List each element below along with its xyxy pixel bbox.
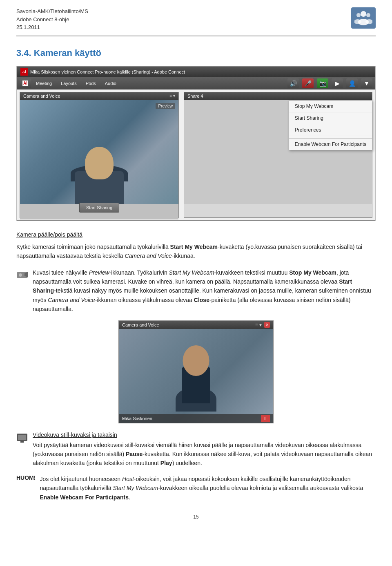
menu-layouts[interactable]: Layouts [57, 80, 81, 87]
cv-person-name: Mika Siiskonen [122, 416, 152, 421]
ac-window-title: Mika Siiskosen yleinen Connect Pro-huone… [30, 69, 185, 74]
page-header: Savonia-AMK/Tietohallinto/MS Adobe Conne… [16, 0, 376, 36]
ac-title-bar: Ai Mika Siiskosen yleinen Connect Pro-hu… [17, 67, 375, 77]
camera-panel-title: Camera and Voice [23, 94, 60, 98]
dropdown-arrow-icon[interactable]: ▼ [361, 78, 372, 88]
still-icon-row: Videokuva still-kuvaksi ja takaisin Voit… [16, 432, 376, 468]
dropdown-item-start-sharing[interactable]: Start Sharing [289, 112, 372, 124]
cv-window-header: Camera and Voice ≡ ▾ ✕ [119, 321, 273, 329]
still-side-icon [16, 432, 28, 444]
section-title: 3.4. Kameran käyttö [16, 48, 376, 58]
svg-point-4 [366, 13, 370, 17]
dropdown-menu: Stop My Webcam Start Sharing Preferences… [289, 100, 372, 150]
header-line2: Adobe Connect 8-ohje [16, 16, 88, 24]
menu-pods[interactable]: Pods [82, 80, 100, 87]
share-panel-header: Share 4 [184, 92, 372, 100]
svg-rect-11 [20, 441, 24, 443]
camera-icon-row: Kuvasi tulee näkyville Preview-ikkunaan.… [16, 268, 376, 314]
toolbar-icons: 🔊 🎤 📷 ▶ 👤 ▼ [287, 78, 372, 88]
menu-meeting[interactable]: Meeting [32, 80, 56, 87]
huom-text: Jos olet kirjautunut huoneeseen Host-oik… [40, 474, 376, 502]
huom-label: HUOM! [16, 474, 36, 481]
ac-content-area: Camera and Voice ≡ ▾ Preview Start Shari… [17, 89, 375, 220]
dropdown-item-preferences[interactable]: Preferences [289, 124, 372, 136]
cv-menu-icon[interactable]: ≡ ▾ [255, 322, 262, 328]
section1-title: Kamera päälle/pois päältä [16, 231, 82, 238]
section-camera-toggle: Kamera päälle/pois päältä Kytke kamerasi… [16, 230, 376, 261]
header-line3: 25.1.2011 [16, 23, 88, 31]
dropdown-item-enable-webcam[interactable]: Enable Webcam For Participants [289, 138, 372, 150]
camera-voice-panel: Camera and Voice ≡ ▾ Preview Start Shari… [20, 92, 179, 218]
ac-menubar: Ai Meeting Layouts Pods Audio 🔊 🎤 📷 ▶ 👤 … [17, 77, 375, 89]
panel-menu-icon[interactable]: ≡ ▾ [169, 94, 175, 98]
body-content: Kamera päälle/pois päältä Kytke kamerasi… [16, 230, 376, 502]
person-head [85, 147, 114, 179]
cv-video-area: Mika Siiskonen ⏸ [119, 329, 273, 423]
share-icon[interactable]: ▶ [332, 78, 343, 88]
svg-point-0 [361, 11, 366, 17]
menu-audio[interactable]: Audio [101, 80, 120, 87]
webcam-icon[interactable]: 📷 [317, 78, 328, 88]
camera-preview: Preview [20, 100, 178, 204]
ac-window: Ai Mika Siiskosen yleinen Connect Pro-hu… [17, 66, 375, 221]
preview-label: Preview [156, 103, 175, 109]
cv-window-title: Camera and Voice [122, 322, 159, 327]
start-sharing-button[interactable]: Start Sharing [79, 203, 119, 213]
adobe-menu-logo[interactable]: Ai [20, 78, 31, 88]
section-still: Videokuva still-kuvaksi ja takaisin Voit… [16, 432, 376, 468]
page-number: 15 [193, 514, 198, 520]
mic-icon[interactable]: 🎤 [302, 78, 314, 88]
body-para2: Kuvasi tulee näkyville Preview-ikkunaan.… [33, 268, 376, 314]
share-panel-title: Share 4 [187, 94, 203, 98]
user-icon[interactable]: 👤 [346, 78, 358, 88]
header-line1: Savonia-AMK/Tietohallinto/MS [16, 7, 88, 16]
section2-title: Videokuva still-kuvaksi ja takaisin [33, 432, 376, 438]
cv-name-bar: Mika Siiskonen ⏸ [119, 414, 273, 423]
section2-content: Videokuva still-kuvaksi ja takaisin Voit… [33, 432, 376, 468]
cv-window: Camera and Voice ≡ ▾ ✕ Mika Siiskonen ⏸ [118, 320, 274, 423]
svg-rect-10 [18, 435, 26, 440]
huom-section: HUOM! Jos olet kirjautunut huoneeseen Ho… [16, 474, 376, 502]
speaker-icon[interactable]: 🔊 [287, 78, 299, 88]
body-para3: Voit pysäyttää kameran videokuvasi still… [33, 441, 376, 468]
adobe-logo: Ai [20, 68, 28, 76]
cv-pause-button[interactable]: ⏸ [261, 415, 270, 422]
camera-panel-header: Camera and Voice ≡ ▾ [20, 92, 178, 100]
header-text: Savonia-AMK/Tietohallinto/MS Adobe Conne… [16, 7, 88, 31]
cv-close-button[interactable]: ✕ [264, 322, 270, 328]
page-footer: 15 [16, 514, 376, 520]
camera-side-icon [16, 269, 28, 280]
dropdown-item-stop-webcam[interactable]: Stop My Webcam [289, 101, 372, 112]
header-logo-icon [351, 7, 376, 29]
screenshot-adobe-connect: Ai Mika Siiskosen yleinen Connect Pro-hu… [16, 66, 376, 221]
screenshot-camera-voice: Camera and Voice ≡ ▾ ✕ Mika Siiskonen ⏸ [16, 320, 376, 423]
body-para1: Kytke kamerasi toimimaan joko napsauttam… [16, 242, 376, 261]
svg-point-8 [19, 273, 22, 277]
svg-point-2 [356, 13, 361, 17]
